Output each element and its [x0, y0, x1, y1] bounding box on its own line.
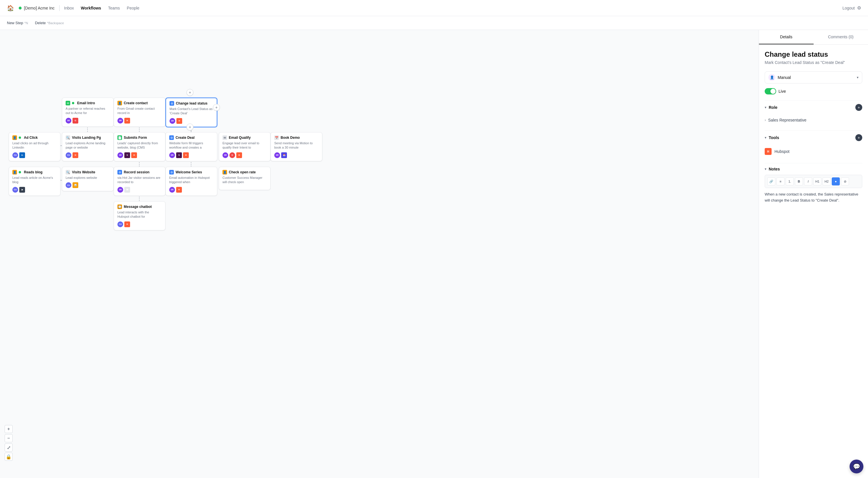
role-section-title: Role [769, 105, 777, 110]
hubspot-icon: H [765, 148, 772, 155]
trigger-dropdown[interactable]: 👤 Manual ▾ [765, 71, 862, 84]
role-add-button[interactable]: + [855, 104, 862, 111]
node-change-lead-status[interactable]: ⚙ Change lead status Mark Contact's Lead… [165, 98, 217, 127]
node-create-contact[interactable]: 👤 Create contact From Gmail create conta… [114, 98, 165, 127]
live-row: Live [765, 88, 862, 94]
note-color-button[interactable]: ● [832, 177, 840, 185]
node-message-chatbot[interactable]: 💬 Message chatbot Lead interacts with th… [114, 201, 165, 230]
fit-screen-button[interactable]: ⤢ [5, 443, 13, 451]
note-h1-button[interactable]: H1 [813, 177, 822, 185]
home-icon[interactable]: 🏠 [7, 5, 14, 11]
tools-chevron-icon: ▾ [765, 136, 766, 140]
node-check-open-rate[interactable]: 👤 Check open rate Customer Success Manag… [219, 167, 271, 190]
notes-section-header[interactable]: ▾ Notes [765, 163, 862, 175]
zoom-in-button[interactable]: + [5, 425, 13, 433]
section-left: ▾ Role [765, 105, 777, 110]
logout-button[interactable]: Logout [842, 6, 855, 10]
node-email-intro[interactable]: ✉ Email Intro A partner or referral reac… [62, 98, 114, 127]
tools-section: ▾ Tools + H Hubspot [765, 130, 862, 158]
toggle-knob [770, 89, 776, 94]
add-step-button-mid[interactable]: + [186, 123, 193, 130]
node-record-session[interactable]: ⚙ Record session via Hot Jar visitor ses… [114, 167, 165, 196]
trigger-value: Manual [778, 75, 857, 80]
role-expand-icon[interactable]: › [765, 118, 766, 122]
tab-details[interactable]: Details [759, 30, 814, 44]
node-book-demo[interactable]: 📅 Book Demo Send meeting via Motion to b… [271, 132, 322, 161]
node-reads-blog[interactable]: 👤 Reads blog Lead reads article on Acme'… [9, 167, 60, 196]
node-visits-website[interactable]: 🔍 Visits Website Lead explores website C… [62, 167, 114, 191]
nav-teams[interactable]: Teams [108, 6, 120, 10]
panel-subtitle: Mark Contact's Lead Status as "Create De… [765, 60, 862, 66]
tools-section-title: Tools [769, 135, 779, 140]
role-section-content: › Sales Representative [765, 114, 862, 126]
role-value: Sales Representative [768, 118, 806, 122]
notes-content[interactable]: When a new contact is created, the Sales… [765, 191, 862, 204]
nav-people[interactable]: People [127, 6, 140, 10]
node-create-deal[interactable]: ⚙ Create Deal Website form fill triggers… [165, 132, 217, 161]
note-link-button[interactable]: 🔗 [767, 177, 775, 185]
node-email-qualify[interactable]: ✉ Email Qualify Engage lead over email t… [219, 132, 271, 161]
zoom-out-button[interactable]: − [5, 434, 13, 442]
canvas-controls: + − ⤢ 🔒 [5, 425, 13, 461]
role-item: › Sales Representative [765, 117, 862, 123]
role-section: ▾ Role + › Sales Representative [765, 100, 862, 126]
notes-chevron-icon: ▾ [765, 167, 766, 171]
top-nav: 🏠 [Demo] Acme Inc Inbox Workflows Teams … [0, 0, 868, 16]
note-italic-button[interactable]: I [804, 177, 812, 185]
notes-section-title: Notes [769, 167, 780, 171]
brand: [Demo] Acme Inc [19, 6, 55, 10]
panel-content: Change lead status Mark Contact's Lead S… [759, 44, 868, 478]
node-submits-form[interactable]: 📄 Submits Form Leads' captured directly … [114, 132, 165, 161]
lock-button[interactable]: 🔒 [5, 453, 13, 461]
add-step-button-top[interactable]: + [186, 89, 193, 96]
role-chevron-icon: ▾ [765, 106, 766, 110]
nav-links: Inbox Workflows Teams People [64, 6, 140, 10]
role-section-header[interactable]: ▾ Role + [765, 100, 862, 114]
tool-item-hubspot: H Hubspot [765, 147, 862, 156]
new-step-button[interactable]: New Step ^N [7, 21, 28, 25]
note-ol-button[interactable]: 1. [786, 177, 794, 185]
notes-section-left: ▾ Notes [765, 167, 780, 171]
dropdown-chevron-icon: ▾ [857, 76, 859, 80]
live-toggle[interactable] [765, 88, 776, 94]
right-panel: Details Comments (0) Change lead status … [758, 30, 868, 478]
tool-name: Hubspot [774, 149, 789, 154]
main-layout: ✉ Email Intro A partner or referral reac… [0, 30, 868, 478]
notes-toolbar: 🔗 ≡ 1. B I H1 H2 ● ⊘ [765, 175, 862, 188]
panel-title: Change lead status [765, 50, 862, 58]
note-list-button[interactable]: ≡ [776, 177, 784, 185]
note-h2-button[interactable]: H2 [823, 177, 831, 185]
workflow-canvas[interactable]: ✉ Email Intro A partner or referral reac… [0, 30, 758, 478]
tools-section-content: H Hubspot [765, 145, 862, 158]
chat-widget[interactable]: 💬 [849, 459, 863, 473]
delete-button[interactable]: Delete ^Backspace [35, 21, 64, 25]
add-step-button-right[interactable]: + [213, 104, 220, 111]
node-ad-click[interactable]: 👤 Ad Click Lead clicks on ad through Lin… [9, 132, 60, 161]
tools-section-left: ▾ Tools [765, 135, 779, 140]
notes-section: ▾ Notes 🔗 ≡ 1. B I H1 H2 ● ⊘ When a new … [765, 163, 862, 204]
note-clear-button[interactable]: ⊘ [841, 177, 849, 185]
live-label: Live [778, 89, 786, 94]
trigger-icon: 👤 [768, 74, 775, 81]
toolbar: New Step ^N Delete ^Backspace [0, 16, 868, 30]
node-visits-landing[interactable]: 🔍 Visits Landing Pg Lead explores Acme l… [62, 132, 114, 161]
tools-add-button[interactable]: + [855, 134, 862, 141]
node-welcome-series[interactable]: ⚙ Welcome Series Email automation in Hub… [165, 167, 217, 196]
nav-workflows[interactable]: Workflows [81, 6, 101, 10]
nav-divider [59, 5, 60, 11]
tools-section-header[interactable]: ▾ Tools + [765, 130, 862, 145]
tab-comments[interactable]: Comments (0) [814, 30, 868, 44]
chat-icon: 💬 [853, 463, 860, 470]
settings-icon[interactable]: ⚙ [857, 5, 861, 11]
note-bold-button[interactable]: B [795, 177, 803, 185]
brand-name: [Demo] Acme Inc [24, 6, 55, 10]
nav-right: Logout ⚙ [842, 5, 861, 11]
status-dot [19, 7, 22, 9]
panel-tabs: Details Comments (0) [759, 30, 868, 44]
nav-inbox[interactable]: Inbox [64, 6, 74, 10]
